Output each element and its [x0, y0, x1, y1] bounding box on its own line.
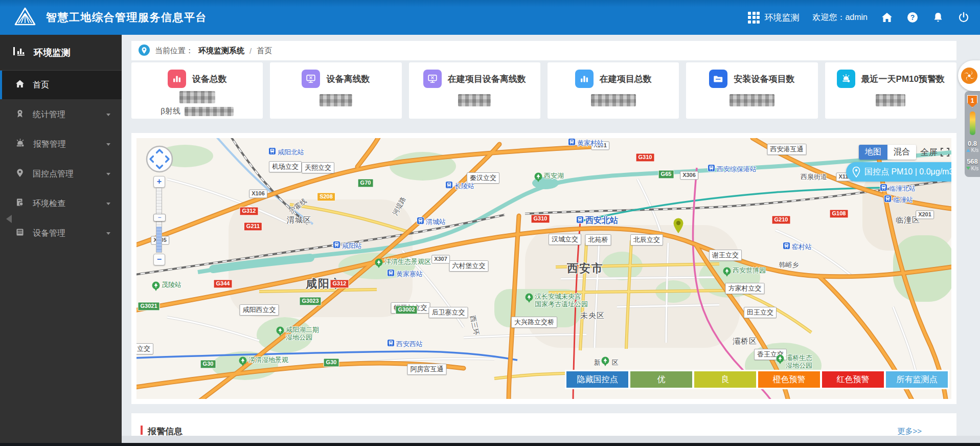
zoom-in-button[interactable]: +	[153, 176, 165, 188]
folder-icon	[709, 70, 727, 88]
park-pin-icon	[776, 354, 784, 366]
fullscreen-icon	[941, 148, 949, 157]
stat-cards-row: 设备总数β射线设备离线数在建项目设备离线数在建项目总数安装设备项目数最近一天PM…	[131, 62, 956, 119]
zoom-out-button[interactable]: −	[153, 254, 165, 265]
map-station-marker[interactable]: 西安北站	[576, 215, 618, 226]
map-junction-label: 机场立交	[269, 161, 302, 172]
upload-arrow-icon	[966, 149, 970, 152]
chevron-down-icon	[106, 173, 110, 175]
map-junction-label: 后卫寨立交	[429, 307, 468, 318]
map-park-marker[interactable]	[601, 356, 609, 368]
legend-button-orange-alert[interactable]: 橙色预警	[758, 371, 820, 388]
map-park-marker[interactable]: 灞桥生态 湿地公园	[776, 354, 812, 370]
layer-map-button[interactable]: 地图	[859, 145, 887, 160]
sidebar-title: 环境监测	[0, 35, 122, 71]
horizontal-scrollbar[interactable]	[0, 436, 980, 443]
zoom-track[interactable]: −	[156, 188, 162, 253]
metro-station-icon	[417, 217, 424, 227]
sidebar-item-device[interactable]: 设备管理	[0, 219, 122, 248]
sidebar-item-stats[interactable]: 统计管理	[0, 100, 122, 129]
home-icon	[15, 79, 25, 91]
station-label: 西安西站	[396, 340, 423, 349]
map-park-marker[interactable]: 咸阳湖二期 湿地公园	[276, 326, 319, 342]
map-canvas[interactable]: 西安港互通机场立交天熙立交秦汉立交汉城立交北苑桥北辰立交谢王立交六村堡立交咸阳西…	[136, 138, 951, 399]
legend-button-all-points[interactable]: 所有监测点	[886, 371, 948, 388]
map-road-badge: G30	[324, 358, 339, 367]
map-station-marker[interactable]: 窑村站	[783, 242, 812, 252]
chevron-down-icon	[106, 203, 110, 205]
map-junction-label: 西安港互通	[767, 144, 807, 155]
bell-icon[interactable]	[932, 11, 944, 24]
fullscreen-button[interactable]: 全屏	[920, 146, 949, 158]
map-station-marker[interactable]: 西安西站	[387, 339, 423, 349]
net-speed-widget[interactable]: 1 0.8 K/s 568 K/s	[965, 91, 980, 177]
map-station-marker[interactable]: 临潼北站	[880, 184, 916, 193]
sidebar-item-home[interactable]: 首页	[0, 71, 122, 99]
bar-icon	[168, 70, 186, 88]
zoom-slider-handle[interactable]: −	[153, 214, 166, 221]
map-station-marker[interactable]: 临潼站	[884, 195, 913, 205]
map-station-marker[interactable]: 黄家寨站	[387, 269, 423, 279]
sidebar-menu: 首页统计管理报警管理国控点管理环境检查设备管理	[0, 71, 122, 248]
map-station-marker[interactable]: 长陵站	[445, 181, 474, 191]
sidebar-item-env-check[interactable]: 环境检查	[0, 189, 122, 218]
stat-card-extra: β射线	[131, 106, 263, 116]
map-park-marker[interactable]: 汉长安城未央宫 国家考古遗址公园	[525, 293, 588, 308]
park-pin-icon	[239, 356, 247, 368]
map-junction-label: 阿房宫互通	[407, 364, 447, 375]
sidebar-item-alarm[interactable]: 报警管理	[0, 130, 122, 159]
app-switcher-label: 环境监测	[764, 12, 799, 24]
park-pin-icon	[601, 356, 609, 368]
stat-card-installed-projects: 安装设备项目数	[686, 62, 817, 119]
screen: 智慧工地综合管理服务信息平台 环境监测 欢迎您：admin ?	[0, 0, 980, 446]
app-logo-icon	[14, 7, 36, 28]
legend-button-hide-gov-point[interactable]: 隐藏国控点	[566, 371, 628, 388]
alarm-more-link[interactable]: 更多>>	[897, 427, 922, 436]
alarm-panel: 报警信息 更多>>	[131, 413, 956, 436]
legend-button-excellent[interactable]: 优	[630, 371, 692, 388]
map-road-badge: G3023	[299, 297, 321, 305]
sidebar-collapse-toggle[interactable]	[6, 215, 12, 223]
map-pan-control[interactable]	[146, 145, 173, 175]
legend-button-red-alert[interactable]: 红色预警	[822, 371, 884, 388]
map-park-marker[interactable]: 茂陵站	[152, 281, 181, 293]
download-speed: 568 K/s	[966, 158, 978, 171]
layer-hybrid-button[interactable]: 混合	[887, 145, 916, 160]
map-city-label: 韩峪乡	[779, 260, 799, 270]
browser-widget-button[interactable]	[958, 60, 980, 91]
map-junction-label: 汉城立交	[549, 234, 581, 245]
metro-station-icon	[333, 241, 340, 251]
map-junction-label: 田王立交	[744, 307, 777, 318]
map-station-marker[interactable]: 西安综保港站	[708, 164, 757, 174]
sidebar-item-gov-point[interactable]: 国控点管理	[0, 160, 122, 188]
stats-icon	[15, 109, 25, 120]
app-switcher[interactable]: 环境监测	[748, 12, 799, 24]
map-city-label: 未央区	[580, 311, 605, 321]
map-park-marker[interactable]: 涝渭湿地景观	[239, 356, 288, 368]
map-park-marker[interactable]: 西安湖	[534, 172, 564, 184]
stat-card-device-total: 设备总数β射线	[131, 62, 263, 119]
device-icon	[15, 228, 25, 239]
map-park-marker[interactable]: 沣渭生态景观区	[375, 258, 431, 270]
map-road-badge: G210	[772, 215, 791, 224]
map-station-marker[interactable]: 咸阳站	[333, 241, 362, 251]
breadcrumb-system[interactable]: 环境监测系统	[198, 46, 244, 56]
breadcrumb-current[interactable]: 首页	[257, 46, 272, 56]
breadcrumb-separator: /	[249, 47, 252, 55]
park-label: 咸阳湖二期 湿地公园	[286, 326, 319, 342]
park-label: 沣渭生态景观区	[384, 258, 431, 266]
map-station-marker[interactable]: 咸阳北站	[268, 147, 304, 157]
legend-button-good[interactable]: 良	[694, 371, 756, 388]
monitor-point-pin[interactable]	[672, 217, 685, 236]
map-station-marker[interactable]: 渭城站	[417, 217, 446, 227]
power-icon[interactable]	[958, 11, 970, 24]
app-title: 智慧工地综合管理服务信息平台	[46, 10, 207, 25]
monitor-x-icon	[302, 70, 320, 88]
map-park-marker[interactable]: 西安世博园	[723, 267, 766, 279]
help-icon[interactable]: ?	[906, 11, 919, 24]
stat-card-value-censored	[409, 94, 540, 106]
home-icon[interactable]	[881, 11, 893, 24]
grid-icon	[748, 12, 760, 24]
security-shield-badge: 1	[967, 95, 977, 107]
map-station-marker[interactable]: 黄家村站	[568, 138, 604, 148]
